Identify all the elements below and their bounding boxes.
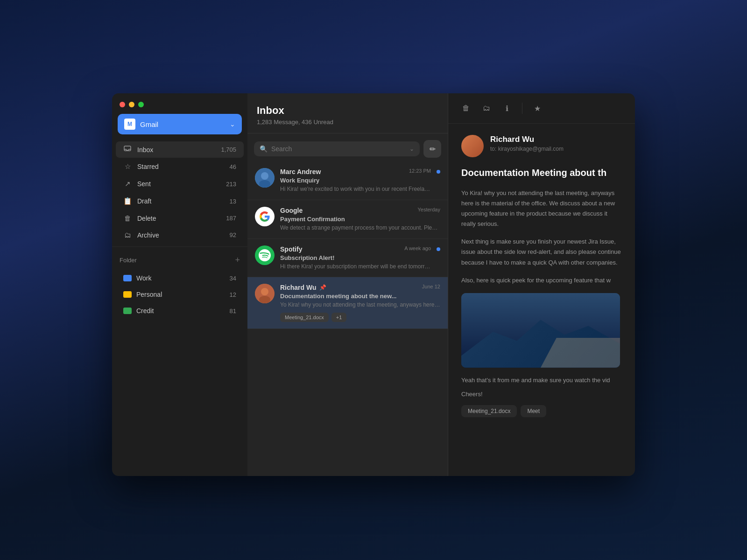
avatar-spotify (255, 245, 275, 265)
email-sender-marc: Marc Andrew (280, 168, 321, 175)
email-time-spotify: A week ago (404, 245, 431, 251)
personal-folder-icon (123, 291, 132, 298)
search-dropdown-icon[interactable]: ⌄ (409, 146, 414, 152)
archive-count: 92 (230, 231, 236, 238)
maximize-button[interactable] (138, 102, 144, 107)
detail-body-p1: Yo Kira! why you not attending the last … (461, 188, 622, 229)
email-subject-google: Payment Confirmation (280, 216, 440, 223)
email-item-spotify[interactable]: Spotify A week ago Subscription Alert! H… (247, 239, 448, 278)
sidebar-item-starred[interactable]: ☆ Starred 46 (116, 158, 244, 175)
inbox-label: Inbox (137, 146, 153, 154)
account-selector[interactable]: M Gmail ⌄ (118, 114, 242, 134)
email-content-marc: Marc Andrew 12:23 PM Work Enquiry Hi Kir… (280, 168, 431, 193)
archive-label: Archive (137, 231, 159, 239)
search-input[interactable] (271, 145, 406, 153)
sent-icon: ↗ (123, 180, 132, 188)
delete-label: Delete (137, 215, 156, 222)
folder-item-personal[interactable]: Personal 12 (116, 287, 244, 302)
inbox-icon (123, 146, 132, 154)
folder-section-label: Folder (120, 257, 137, 264)
detail-attachments: Meeting_21.docx Meet (461, 405, 622, 417)
email-attachments-richard: Meeting_21.docx +1 (280, 313, 440, 322)
credit-folder-label: Credit (136, 307, 154, 315)
detail-avatar (461, 135, 484, 157)
email-sender-spotify: Spotify (280, 245, 302, 253)
detail-attachment-2[interactable]: Meet (521, 405, 546, 417)
avatar-richard (255, 284, 275, 303)
detail-sender-row: Richard Wu to: kirayoshikage@gmail.com (461, 135, 622, 157)
email-time-richard: June 12 (422, 284, 440, 289)
personal-folder-label: Personal (136, 291, 162, 298)
detail-body: Richard Wu to: kirayoshikage@gmail.com D… (448, 124, 635, 476)
detail-subject: Documentation Meeting about th (461, 167, 622, 179)
detail-footer-text: Yeah that's it from me and make sure you… (461, 375, 622, 385)
attachment-chip-more[interactable]: +1 (331, 313, 347, 322)
personal-folder-count: 12 (230, 291, 236, 298)
starred-count: 46 (230, 163, 236, 170)
sidebar-item-inbox[interactable]: Inbox 1,705 (116, 141, 244, 158)
email-preview-spotify: Hi there Kira! your subscription member … (280, 263, 431, 271)
account-name: Gmail (140, 120, 158, 128)
close-button[interactable] (120, 102, 125, 107)
email-subject-marc: Work Enquiry (280, 177, 431, 184)
sidebar-item-draft[interactable]: 📋 Draft 13 (116, 193, 244, 210)
unread-badge-marc (437, 170, 440, 174)
work-folder-label: Work (136, 274, 151, 282)
add-folder-button[interactable]: + (235, 255, 240, 265)
toolbar-delete-button[interactable]: 🗑 (458, 100, 474, 117)
sent-label: Sent (137, 180, 151, 188)
email-preview-marc: Hi Kira! we're excited to work with you … (280, 185, 431, 193)
attachment-chip-1[interactable]: Meeting_21.docx (280, 313, 329, 322)
pin-icon: 📌 (319, 284, 326, 291)
email-preview-google: We detect a strange payment process from… (280, 224, 440, 232)
star-icon: ☆ (123, 162, 132, 171)
search-icon: 🔍 (260, 145, 268, 153)
toolbar-star-button[interactable]: ★ (529, 100, 546, 117)
draft-icon: 📋 (123, 197, 132, 205)
sidebar: M Gmail ⌄ Inbox 1,705 ☆ Starred (112, 93, 247, 476)
compose-button[interactable]: ✏ (423, 140, 441, 158)
credit-folder-count: 81 (230, 308, 236, 315)
detail-sender-email: to: kirayoshikage@gmail.com (490, 146, 622, 152)
delete-icon: 🗑 (123, 214, 132, 222)
email-subject-richard: Documentation meeting about the new... (280, 293, 440, 300)
detail-cheers: Cheers! (461, 389, 622, 399)
folder-header: Folder + (112, 252, 247, 270)
email-items: Marc Andrew 12:23 PM Work Enquiry Hi Kir… (247, 161, 448, 476)
sidebar-item-sent[interactable]: ↗ Sent 213 (116, 175, 244, 192)
toolbar-info-button[interactable]: ℹ (499, 100, 515, 117)
email-sender-richard: Richard Wu (280, 284, 317, 291)
detail-attachment-1[interactable]: Meeting_21.docx (461, 405, 517, 417)
draft-label: Draft (137, 197, 151, 205)
nav-items: Inbox 1,705 ☆ Starred 46 ↗ Sent 213 (112, 138, 247, 247)
email-content-spotify: Spotify A week ago Subscription Alert! H… (280, 245, 431, 271)
detail-sender-name: Richard Wu (490, 135, 622, 144)
email-time-marc: 12:23 PM (409, 168, 431, 174)
work-folder-icon (123, 275, 132, 281)
inbox-title: Inbox (257, 105, 438, 117)
svg-point-6 (259, 296, 270, 303)
email-content-richard: Richard Wu 📌 June 12 Documentation meeti… (280, 284, 440, 322)
minimize-button[interactable] (129, 102, 134, 107)
email-item-marc[interactable]: Marc Andrew 12:23 PM Work Enquiry Hi Kir… (247, 161, 448, 200)
detail-image-content (461, 293, 620, 368)
detail-body-p2: Next thing is make sure you finish your … (461, 237, 622, 267)
email-list: Inbox 1,283 Message, 436 Unread 🔍 ⌄ ✏ (247, 93, 448, 476)
delete-count: 187 (226, 215, 236, 222)
titlebar (112, 93, 247, 114)
svg-point-2 (261, 172, 268, 180)
draft-count: 13 (230, 198, 236, 205)
svg-point-3 (259, 180, 270, 188)
email-item-richard[interactable]: Richard Wu 📌 June 12 Documentation meeti… (247, 277, 448, 329)
sidebar-item-archive[interactable]: 🗂 Archive 92 (116, 227, 244, 243)
folder-section: Folder + Work 34 Personal 12 (112, 247, 247, 325)
inbox-count: 1,705 (221, 146, 236, 153)
email-item-google[interactable]: Google Yesterday Payment Confirmation We… (247, 200, 448, 239)
sidebar-item-delete[interactable]: 🗑 Delete 187 (116, 210, 244, 226)
folder-item-credit[interactable]: Credit 81 (116, 303, 244, 319)
toolbar-archive-button[interactable]: 🗂 (478, 100, 495, 117)
folder-item-work[interactable]: Work 34 (116, 270, 244, 286)
inbox-subtitle: 1,283 Message, 436 Unread (257, 119, 438, 126)
email-preview-richard: Yo Kira! why you not attending the last … (280, 301, 440, 309)
avatar-marc (255, 168, 275, 188)
